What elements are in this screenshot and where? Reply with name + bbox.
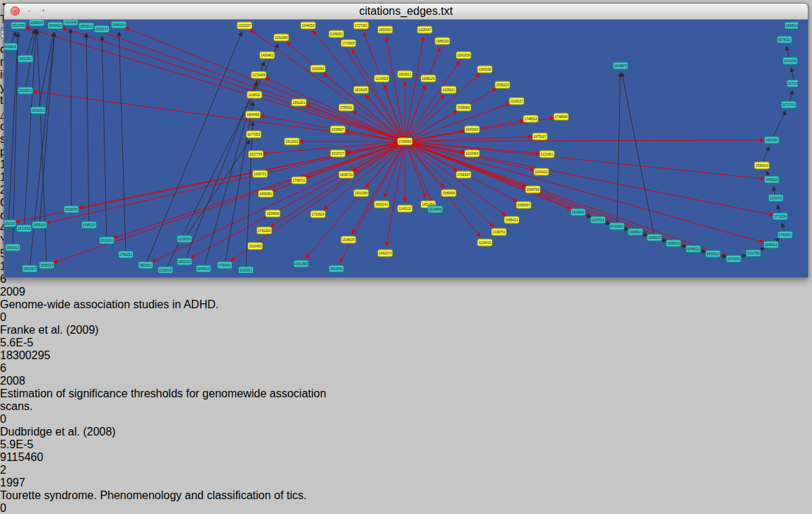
graph-node[interactable]: 1760401 — [778, 231, 793, 238]
graph-node[interactable]: 1545120 — [82, 221, 97, 228]
graph-node[interactable]: 2010301 — [100, 237, 114, 244]
graph-node[interactable]: 1748508 — [554, 113, 569, 120]
graph-node[interactable]: 1723624 — [311, 211, 326, 218]
graph-node[interactable]: 1771034 — [773, 213, 788, 220]
graph-node[interactable]: 1895497 — [517, 201, 531, 209]
graph-node[interactable]: 1445310 — [765, 176, 779, 183]
graph-node[interactable]: 2112100 — [64, 20, 78, 25]
graph-node[interactable]: 1649105 — [647, 234, 662, 241]
graph-node[interactable]: 1660525 — [378, 26, 393, 33]
graph-node[interactable]: 2206051 — [329, 30, 344, 37]
graph-node[interactable]: 6791910 — [610, 223, 625, 230]
network-canvas[interactable]: 1724090185302112140201818185175521110398… — [4, 20, 808, 276]
graph-node[interactable]: 1201015 — [769, 194, 784, 201]
graph-node[interactable]: 1772605 — [341, 40, 356, 47]
graph-node[interactable]: 1894010 — [785, 22, 799, 29]
graph-node[interactable]: 1604642 — [571, 209, 586, 216]
graph-node[interactable]: 1181520 — [478, 66, 493, 73]
graph-node[interactable]: 1138111 — [247, 91, 262, 98]
graph-node[interactable]: 1791320 — [257, 227, 272, 234]
graph-node[interactable]: 1534035 — [341, 236, 356, 243]
minimize-window-button[interactable]: − — [25, 6, 34, 16]
graph-node[interactable]: 1853010 — [79, 23, 94, 30]
graph-node[interactable]: 1801307 — [23, 265, 37, 272]
graph-node[interactable]: 2511550 — [11, 22, 26, 29]
graph-node[interactable]: 1641693 — [465, 126, 480, 133]
graph-node[interactable]: 2026050 — [177, 235, 192, 243]
graph-node[interactable]: 2101015 — [4, 220, 16, 227]
graph-node[interactable]: 1527759 — [249, 151, 264, 158]
graph-node[interactable]: 1940402 — [48, 22, 63, 29]
graph-node[interactable]: 1675107 — [533, 133, 548, 140]
graph-node[interactable]: 1126410 — [478, 239, 493, 246]
graph-node[interactable]: 1861201 — [292, 99, 307, 106]
graph-node[interactable]: 1600310 — [31, 107, 46, 114]
table-row[interactable]: 911546021997Tourette syndrome. Phenomeno… — [0, 451, 812, 514]
graph-node[interactable]: 1748510 — [524, 115, 539, 122]
graph-node[interactable]: 1261065 — [274, 34, 289, 41]
graph-node[interactable]: 2204102 — [534, 168, 549, 175]
close-window-button[interactable]: × — [11, 6, 20, 16]
graph-node[interactable]: 1724090 — [398, 138, 413, 145]
graph-node[interactable]: 1901390 — [354, 189, 369, 197]
graph-node[interactable]: 1755211 — [339, 104, 354, 111]
graph-node[interactable]: 1420402 — [260, 52, 275, 59]
graph-node[interactable]: 1843015 — [4, 43, 18, 50]
graph-node[interactable]: 9273701 — [787, 80, 799, 87]
graph-node[interactable]: 1834699 — [266, 210, 281, 217]
graph-node[interactable]: 1585495 — [442, 189, 457, 197]
graph-node[interactable]: 1644879 — [613, 62, 628, 69]
graph-node[interactable]: 1590513 — [706, 250, 721, 257]
graph-node[interactable]: 1818185 — [354, 86, 369, 93]
graph-node[interactable]: 1760401 — [218, 262, 233, 269]
graph-node[interactable]: 1595790 — [526, 186, 541, 193]
graph-node[interactable]: 1503450 — [248, 243, 263, 250]
window-titlebar[interactable]: × − + citations_edges.txt — [4, 4, 808, 20]
graph-node[interactable]: 9245012 — [196, 265, 211, 272]
graph-node[interactable]: 1652141 — [375, 201, 389, 208]
graph-node[interactable]: 1306731 — [253, 170, 268, 177]
graph-node[interactable]: 1901031 — [139, 262, 153, 269]
graph-node[interactable]: 1886010 — [666, 240, 681, 247]
graph-node[interactable]: 1555210 — [495, 81, 510, 88]
graph-node[interactable]: 1677355 — [247, 131, 261, 138]
graph-node[interactable]: 1039827 — [331, 126, 346, 133]
graph-node[interactable]: 2526050 — [64, 206, 79, 213]
graph-node[interactable]: 2103127 — [510, 98, 524, 105]
graph-node[interactable]: 1625621 — [442, 86, 457, 93]
table-row[interactable]: 1830029562008Estimation of significance … — [0, 349, 812, 451]
graph-node[interactable]: 1709732 — [292, 177, 307, 184]
graph-node[interactable]: 1819150 — [726, 255, 741, 262]
graph-node[interactable]: 1914545 — [428, 206, 443, 213]
graph-node[interactable]: 1210464 — [465, 150, 480, 157]
graph-node[interactable]: 1955103 — [33, 221, 47, 228]
graph-node[interactable]: 1225447 — [418, 26, 433, 33]
graph-node[interactable]: 1039751 — [492, 228, 507, 235]
graph-node[interactable]: 1602103 — [177, 258, 192, 265]
graph-node[interactable]: 1214020 — [375, 75, 389, 82]
graph-node[interactable]: 2066010 — [30, 20, 45, 26]
graph-node[interactable]: 1820062 — [311, 65, 326, 72]
graph-node[interactable]: 1696126 — [421, 75, 436, 82]
graph-node[interactable]: 1541035 — [783, 57, 798, 64]
graph-node[interactable]: 1804498 — [246, 111, 261, 118]
graph-node[interactable]: 1790251 — [119, 251, 134, 258]
graph-node[interactable]: 1610321 — [239, 267, 254, 273]
graph-node[interactable]: 1986130 — [435, 37, 450, 45]
graph-node[interactable]: 1986100 — [112, 21, 126, 28]
graph-node[interactable]: 2150015 — [158, 267, 173, 273]
graph-node[interactable]: 1207010 — [591, 216, 606, 223]
graph-node[interactable]: 1454351 — [765, 136, 779, 144]
graph-node[interactable]: 2001351 — [18, 55, 33, 62]
graph-node[interactable]: 1072701 — [782, 101, 796, 108]
graph-node[interactable]: 1221601 — [540, 151, 555, 158]
graph-node[interactable]: 1708197 — [457, 171, 471, 178]
graph-node[interactable]: 1202337 — [237, 22, 252, 29]
graph-node[interactable]: 1599310 — [755, 162, 770, 169]
graph-node[interactable]: 1615727 — [331, 150, 346, 157]
graph-node[interactable]: 1836731 — [339, 171, 354, 178]
graph-node[interactable]: 1044150 — [301, 22, 316, 29]
graph-node[interactable]: 1466391 — [259, 190, 273, 197]
graph-node[interactable]: 1091036 — [457, 52, 471, 59]
graph-node[interactable]: 1812541 — [329, 265, 344, 272]
